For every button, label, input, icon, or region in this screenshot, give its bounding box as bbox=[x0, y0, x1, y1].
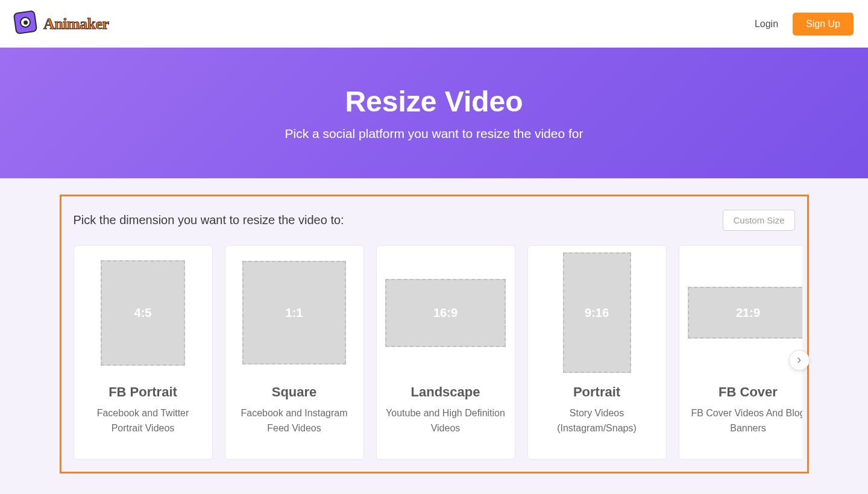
card-title: Square bbox=[272, 384, 317, 400]
dimension-card[interactable]: 4:5FB PortraitFacebook and Twitter Portr… bbox=[74, 245, 213, 460]
page-subtitle: Pick a social platform you want to resiz… bbox=[285, 127, 583, 141]
card-thumb-area: 1:1 bbox=[225, 246, 363, 380]
carousel-next-button[interactable] bbox=[789, 350, 810, 370]
cards-wrapper: 4:5FB PortraitFacebook and Twitter Portr… bbox=[66, 245, 802, 460]
chevron-right-icon bbox=[795, 356, 804, 364]
card-title: Portrait bbox=[573, 384, 620, 400]
dimension-picker-panel: Pick the dimension you want to resize th… bbox=[60, 195, 809, 474]
dimension-cards: 4:5FB PortraitFacebook and Twitter Portr… bbox=[66, 245, 802, 460]
aspect-thumb: 4:5 bbox=[101, 260, 185, 366]
card-description: Facebook and Twitter Portrait Videos bbox=[74, 406, 212, 436]
custom-size-button[interactable]: Custom Size bbox=[723, 210, 794, 231]
aspect-ratio-label: 16:9 bbox=[433, 306, 458, 320]
brand-name: Animaker bbox=[43, 15, 109, 33]
card-title: FB Portrait bbox=[108, 384, 177, 400]
hero: Resize Video Pick a social platform you … bbox=[0, 48, 868, 178]
dimension-card[interactable]: 9:16PortraitStory Videos (Instagram/Snap… bbox=[527, 245, 667, 460]
aspect-thumb: 16:9 bbox=[385, 279, 506, 347]
card-title: Landscape bbox=[411, 384, 480, 400]
aspect-ratio-label: 4:5 bbox=[134, 306, 152, 320]
picker-label: Pick the dimension you want to resize th… bbox=[74, 213, 344, 227]
aspect-thumb: 1:1 bbox=[242, 261, 346, 364]
card-thumb-area: 9:16 bbox=[528, 246, 666, 380]
card-description: FB Cover Videos And Blog Banners bbox=[679, 406, 802, 436]
card-thumb-area: 21:9 bbox=[679, 246, 802, 380]
dimension-card[interactable]: 1:1SquareFacebook and Instagram Feed Vid… bbox=[225, 245, 364, 460]
card-description: Facebook and Instagram Feed Videos bbox=[225, 406, 363, 436]
dimension-card[interactable]: 16:9LandscapeYoutube and High Definition… bbox=[376, 245, 515, 460]
card-description: Story Videos (Instagram/Snaps) bbox=[528, 406, 666, 436]
dimension-card[interactable]: 21:9FB CoverFB Cover Videos And Blog Ban… bbox=[679, 245, 802, 460]
picker-header: Pick the dimension you want to resize th… bbox=[66, 210, 802, 245]
aspect-ratio-label: 21:9 bbox=[736, 306, 760, 320]
page-title: Resize Video bbox=[345, 85, 523, 118]
signup-button[interactable]: Sign Up bbox=[793, 13, 854, 36]
card-title: FB Cover bbox=[719, 384, 778, 400]
logo[interactable]: Animaker bbox=[14, 11, 109, 37]
card-description: Youtube and High Definition Videos bbox=[377, 406, 515, 436]
logo-icon bbox=[14, 11, 40, 37]
aspect-ratio-label: 1:1 bbox=[286, 306, 303, 320]
aspect-ratio-label: 9:16 bbox=[585, 306, 609, 320]
card-thumb-area: 16:9 bbox=[377, 246, 515, 380]
aspect-thumb: 21:9 bbox=[688, 287, 802, 339]
header-actions: Login Sign Up bbox=[755, 13, 854, 36]
login-link[interactable]: Login bbox=[755, 19, 778, 30]
aspect-thumb: 9:16 bbox=[563, 252, 631, 373]
header: Animaker Login Sign Up bbox=[0, 0, 868, 48]
card-thumb-area: 4:5 bbox=[74, 246, 212, 380]
